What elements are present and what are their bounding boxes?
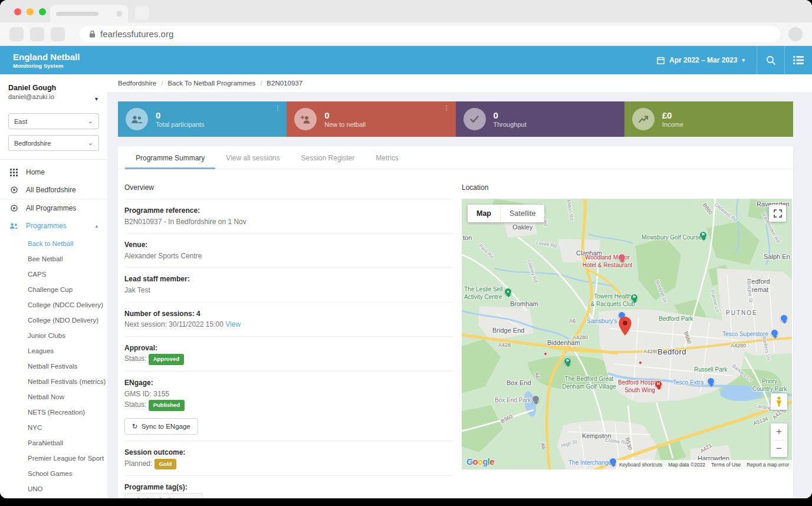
sidebar-programme-item[interactable]: ParaNetball	[28, 435, 107, 451]
field-label: Number of sessions: 4	[124, 310, 200, 318]
date-range-picker[interactable]: Apr 2022 – Mar 2023 ▾	[645, 46, 757, 74]
tesco-superstore-pin[interactable]	[771, 329, 778, 337]
sidebar-programme-item[interactable]: Challenge Cup	[28, 282, 107, 297]
county-select[interactable]: Bedfordshire ⌄	[8, 135, 99, 151]
stat-label: New to netball	[324, 121, 366, 128]
browser-tab[interactable]	[50, 5, 128, 22]
sidebar-programme-item[interactable]: Premier League for Sport	[28, 451, 107, 466]
tab-close-icon[interactable]	[117, 11, 122, 17]
map-attribution-keyboard-shortcuts[interactable]: Keyboard shortcuts	[616, 460, 665, 469]
stat-value: 0	[156, 110, 205, 121]
kebab-menu-icon[interactable]: ⋮	[274, 104, 281, 112]
new-tab-button[interactable]	[135, 6, 149, 20]
sidebar-programme-item[interactable]: College (NDO Delivery)	[28, 313, 107, 328]
gms-id: GMS ID: 3155	[124, 390, 169, 398]
towers-health-pin[interactable]: ⚑	[630, 294, 638, 301]
caret-up-icon: ▴	[95, 223, 98, 229]
sidebar-programme-item[interactable]: UNO	[28, 481, 107, 497]
map-attribution-terms-of-use[interactable]: Terms of Use	[708, 460, 744, 469]
sidebar-item-all-programmes[interactable]: All Programmes	[0, 199, 107, 217]
breadcrumb-item[interactable]: B2N010937	[267, 80, 303, 87]
sidebar-programme-item[interactable]: Netball Festivals	[28, 359, 107, 374]
google-map[interactable]: RavensdenOldways RdB660Ravensden RdMowsb…	[462, 199, 792, 469]
target-icon	[9, 186, 18, 194]
user-email: daniel@azuki.io	[8, 93, 99, 100]
google-logo: Google	[466, 457, 494, 466]
map-type-map-button[interactable]: Map	[468, 205, 500, 222]
sidebar-item-home[interactable]: Home	[0, 163, 107, 181]
breadcrumb-item[interactable]: Back To Netball Programmes	[167, 80, 255, 87]
browser-avatar[interactable]	[788, 27, 803, 41]
sidebar-programme-item[interactable]: Netball Now	[28, 389, 107, 405]
sidebar-programme-item[interactable]: Bee Netball	[28, 251, 107, 267]
forward-button[interactable]	[30, 27, 44, 41]
breadcrumb-item[interactable]: Bedfordshire	[118, 80, 156, 87]
url-bar[interactable]: fearlessfutures.org	[80, 26, 780, 42]
caret-down-icon: ▾	[742, 57, 745, 63]
map-attribution-report-a-map-error[interactable]: Report a map error	[744, 460, 792, 469]
box-end-park-pin[interactable]	[532, 395, 540, 403]
browser-toolbar: fearlessfutures.org	[0, 22, 812, 46]
sidebar-programme-item[interactable]: Netball Festivals (metrics)	[28, 374, 107, 389]
sidebar: Daniel Gough daniel@azuki.io ▾ East ⌄ Be…	[0, 74, 107, 498]
pegman-icon	[775, 396, 783, 407]
zoom-in-button[interactable]: +	[771, 423, 787, 440]
field-engage: ENgage: GMS ID: 3155 Status: Published ↻…	[124, 372, 453, 441]
breadcrumb-separator: /	[161, 80, 163, 87]
trend-up-icon	[632, 108, 655, 130]
golf-village-pin[interactable]: ⚑	[564, 357, 571, 365]
woodland-manor-pin[interactable]	[618, 254, 626, 261]
reload-button[interactable]	[51, 27, 65, 41]
sidebar-item-programmes[interactable]: Programmes ▴	[0, 217, 107, 235]
sidebar-programme-item[interactable]: NYC	[28, 420, 107, 435]
people-icon	[9, 222, 18, 229]
location-heading: Location	[462, 178, 792, 199]
tab-view-all-sessions[interactable]: View all sessions	[215, 146, 290, 169]
approval-status-badge: Approved	[149, 354, 184, 365]
hospital-pin[interactable]: H	[655, 380, 662, 388]
sidebar-programme-item[interactable]: Leagues	[28, 343, 107, 359]
menu-list-button[interactable]	[785, 46, 812, 74]
programme-tabs: Programme SummaryView all sessionsSessio…	[118, 146, 793, 169]
tab-session-register[interactable]: Session Register	[291, 146, 366, 169]
kebab-menu-icon[interactable]: ⋮	[443, 104, 450, 112]
map-type-satellite-button[interactable]: Satellite	[501, 205, 544, 222]
zoom-window-button[interactable]	[39, 8, 46, 15]
user-menu[interactable]: Daniel Gough daniel@azuki.io ▾	[0, 74, 107, 107]
sidebar-programme-item[interactable]: College (NDCC Delivery)	[28, 297, 107, 313]
field-label: Session outcome:	[124, 448, 185, 456]
status-label: Status:	[124, 400, 146, 409]
tab-metrics[interactable]: Metrics	[365, 146, 409, 169]
sidebar-programme-item[interactable]: CAPS	[28, 267, 107, 282]
tesco-extra-pin[interactable]	[707, 377, 715, 385]
back-button[interactable]	[9, 27, 24, 41]
region-select[interactable]: East ⌄	[8, 113, 99, 129]
mowsbury-golf-pin[interactable]: ⚑	[699, 231, 707, 239]
tab-programme-summary[interactable]: Programme Summary	[125, 146, 215, 169]
sidebar-programme-item[interactable]: School Games	[28, 466, 107, 481]
sidebar-programme-item[interactable]: Junior Clubs	[28, 328, 107, 343]
sidebar-programme-item[interactable]: Back to Netball	[28, 236, 107, 251]
sidebar-item-all-bedfordshire[interactable]: All Bedfordshire	[0, 181, 107, 199]
roadside-pin[interactable]	[780, 314, 788, 322]
sidebar-programme-item[interactable]: Walking Netball	[28, 497, 107, 498]
search-button[interactable]	[757, 46, 784, 74]
field-value: Jak Test	[124, 286, 150, 294]
field-sessions: Number of sessions: 4 Next session: 30/1…	[124, 303, 453, 337]
field-value: Next session: 30/11/2022 15:00	[124, 320, 223, 328]
sync-to-engage-button[interactable]: ↻ Sync to ENgage	[124, 418, 198, 435]
pegman-button[interactable]	[771, 393, 787, 410]
close-window-button[interactable]	[14, 8, 21, 15]
minimize-window-button[interactable]	[27, 8, 34, 15]
stat-card-throughput: 0 Throughput	[456, 101, 624, 137]
leslie-sell-pin[interactable]: ▲	[504, 288, 512, 295]
browser-tabstrip	[0, 0, 812, 22]
fullscreen-button[interactable]	[769, 205, 786, 222]
list-icon	[793, 56, 804, 64]
view-session-link[interactable]: View	[225, 320, 241, 328]
sidebar-programme-item[interactable]: NETS (Recreation)	[28, 405, 107, 420]
map-marker-pin[interactable]	[619, 317, 632, 336]
field-value: Alexander Sports Centre	[124, 252, 202, 260]
zoom-out-button[interactable]: −	[771, 441, 787, 457]
caret-down-icon[interactable]: ▾	[95, 96, 98, 102]
